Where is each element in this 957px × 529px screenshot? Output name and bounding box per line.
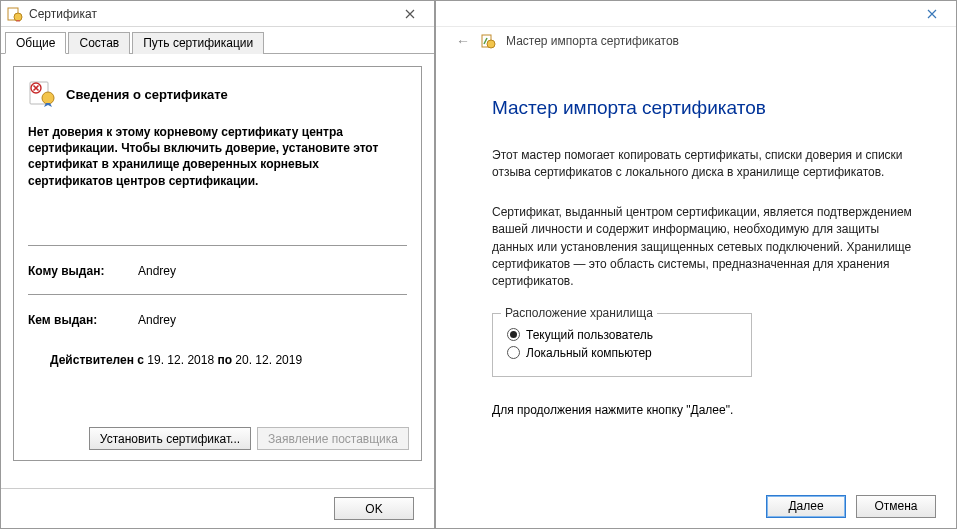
tab-bar: Общие Состав Путь сертификации [1,31,434,54]
certificate-app-icon [7,6,23,22]
issued-by-value: Andrey [138,313,176,327]
install-certificate-button[interactable]: Установить сертификат... [89,427,251,450]
titlebar: Сертификат [1,1,434,27]
wizard-intro-2: Сертификат, выданный центром сертификаци… [492,204,916,291]
wizard-header: ← Мастер импорта сертификатов [436,27,956,59]
issuer-statement-button: Заявление поставщика [257,427,409,450]
radio-local-machine-label: Локальный компьютер [526,346,652,360]
tab-general[interactable]: Общие [5,32,66,54]
wizard-icon [480,33,496,49]
wizard-body: Мастер импорта сертификатов Этот мастер … [436,59,956,484]
svg-point-6 [487,40,495,48]
store-location-legend: Расположение хранилища [501,306,657,320]
certificate-warning-icon [28,79,56,110]
wizard-intro-1: Этот мастер помогает копировать сертифик… [492,147,916,182]
issued-by-label: Кем выдан: [28,313,138,327]
wizard-hint: Для продолжения нажмите кнопку "Далее". [492,403,916,417]
wizard-breadcrumb: Мастер импорта сертификатов [506,34,679,48]
certificate-dialog: Сертификат Общие Состав Путь сертификаци… [0,0,435,529]
wizard-heading: Мастер импорта сертификатов [492,97,916,119]
dialog-footer: OK [1,488,434,528]
radio-local-machine[interactable]: Локальный компьютер [507,346,737,360]
issued-to-value: Andrey [138,264,176,278]
cancel-button[interactable]: Отмена [856,495,936,518]
radio-current-user-label: Текущий пользователь [526,328,653,342]
store-location-group: Расположение хранилища Текущий пользоват… [492,313,752,377]
import-wizard-dialog: ← Мастер импорта сертификатов Мастер имп… [435,0,957,529]
separator [28,294,407,295]
validity-line: Действителен с 19. 12. 2018 по 20. 12. 2… [28,353,407,367]
tab-details[interactable]: Состав [68,32,130,54]
back-arrow-icon[interactable]: ← [456,33,470,49]
issued-to-label: Кому выдан: [28,264,138,278]
tab-cert-path[interactable]: Путь сертификации [132,32,264,54]
radio-icon [507,346,520,359]
wizard-titlebar [436,1,956,27]
tab-body: Сведения о сертификате Нет доверия к это… [1,54,434,488]
ok-button[interactable]: OK [334,497,414,520]
wizard-close-button[interactable] [912,4,952,24]
next-button[interactable]: Далее [766,495,846,518]
radio-icon [507,328,520,341]
panel-heading: Сведения о сертификате [66,87,228,102]
window-title: Сертификат [29,7,390,21]
close-button[interactable] [390,4,430,24]
wizard-footer: Далее Отмена [436,484,956,528]
svg-point-1 [14,13,22,21]
trust-warning-text: Нет доверия к этому корневому сертификат… [28,124,407,189]
svg-point-4 [42,92,54,104]
separator [28,245,407,246]
certificate-info-panel: Сведения о сертификате Нет доверия к это… [13,66,422,461]
radio-current-user[interactable]: Текущий пользователь [507,328,737,342]
